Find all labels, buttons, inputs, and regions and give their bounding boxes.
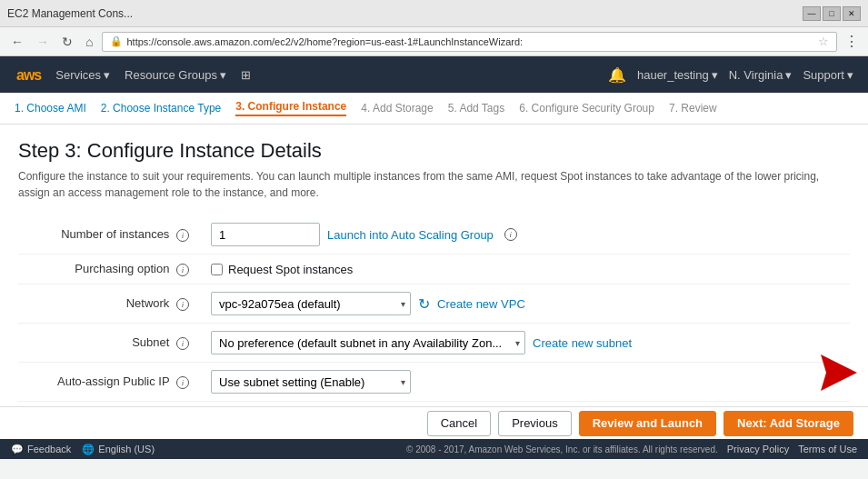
resource-groups-menu[interactable]: Resource Groups ▾ <box>125 68 226 82</box>
subnet-info[interactable]: i <box>176 337 189 350</box>
auto-assign-ip-info[interactable]: i <box>176 376 189 389</box>
purchasing-option-label: Purchasing option <box>75 262 169 275</box>
auto-assign-ip-cell: Use subnet setting (Enable) ▾ <box>211 370 839 394</box>
review-and-launch-button[interactable]: Review and Launch <box>579 411 716 436</box>
support-menu[interactable]: Support ▾ <box>803 68 853 82</box>
step-5[interactable]: 5. Add Tags <box>448 102 505 115</box>
number-of-instances-info[interactable]: i <box>176 229 189 242</box>
feedback-item[interactable]: 💬 Feedback <box>11 444 71 455</box>
subnet-select[interactable]: No preference (default subnet in any Ava… <box>211 331 525 354</box>
create-subnet-link[interactable]: Create new subnet <box>533 336 632 350</box>
address-bar[interactable]: 🔒 https://console.aws.amazon.com/ec2/v2/… <box>102 32 837 52</box>
launch-auto-scaling-link[interactable]: Launch into Auto Scaling Group <box>327 228 494 242</box>
previous-button[interactable]: Previous <box>498 411 572 436</box>
window-chrome: EC2 Management Cons... — □ ✕ <box>0 0 868 27</box>
region-menu[interactable]: N. Virginia ▾ <box>729 68 793 82</box>
window-controls: — □ ✕ <box>803 6 861 21</box>
number-of-instances-input[interactable] <box>211 223 320 246</box>
feedback-icon: 💬 <box>11 444 24 455</box>
step-7[interactable]: 7. Review <box>669 102 717 115</box>
address-text: https://console.aws.amazon.com/ec2/v2/ho… <box>126 36 811 47</box>
network-select-wrap: vpc-92a075ea (default) ▾ <box>211 292 411 315</box>
services-menu[interactable]: Services ▾ <box>55 68 110 82</box>
next-add-storage-button[interactable]: Next: Add Storage <box>723 411 853 436</box>
svg-marker-0 <box>821 354 857 391</box>
subnet-cell: No preference (default subnet in any Ava… <box>211 331 839 354</box>
back-button[interactable]: ← <box>7 33 27 51</box>
page-description: Configure the instance to suit your requ… <box>18 168 850 201</box>
step-2[interactable]: 2. Choose Instance Type <box>101 102 222 115</box>
lock-icon: 🔒 <box>110 35 123 47</box>
status-bar: 💬 Feedback 🌐 English (US) © 2008 - 2017,… <box>0 439 868 459</box>
language-item[interactable]: 🌐 English (US) <box>82 444 155 455</box>
network-cell: vpc-92a075ea (default) ▾ ↻ Create new VP… <box>211 292 839 315</box>
network-refresh-icon[interactable]: ↻ <box>418 295 430 313</box>
network-label: Network <box>126 296 170 310</box>
network-select[interactable]: vpc-92a075ea (default) <box>211 292 411 315</box>
create-vpc-link[interactable]: Create new VPC <box>437 297 525 311</box>
auto-assign-ip-select[interactable]: Use subnet setting (Enable) <box>211 370 411 394</box>
network-info[interactable]: i <box>176 298 189 311</box>
refresh-button[interactable]: ↻ <box>58 33 76 51</box>
minimize-button[interactable]: — <box>803 6 821 21</box>
subnet-select-wrap: No preference (default subnet in any Ava… <box>211 331 525 354</box>
aws-nav: aws Services ▾ Resource Groups ▾ ⊞ 🔔 hau… <box>0 56 868 93</box>
privacy-policy-link[interactable]: Privacy Policy <box>727 444 789 454</box>
auto-scaling-info[interactable]: i <box>504 228 517 241</box>
auto-assign-ip-label: Auto-assign Public IP <box>57 374 169 388</box>
step-6[interactable]: 6. Configure Security Group <box>519 102 654 115</box>
number-of-instances-cell: Launch into Auto Scaling Group i <box>211 223 839 246</box>
steps-bar: 1. Choose AMI 2. Choose Instance Type 3.… <box>0 93 868 125</box>
footer-bar: Cancel Previous Review and Launch Next: … <box>0 406 868 439</box>
home-button[interactable]: ⌂ <box>82 33 96 51</box>
address-bar-row: ← → ↻ ⌂ 🔒 https://console.aws.amazon.com… <box>0 27 868 56</box>
browser-menu-button[interactable]: ⋮ <box>843 31 861 52</box>
subnet-label: Subnet <box>132 335 169 349</box>
pin-icon[interactable]: ⊞ <box>241 68 251 82</box>
red-arrow-indicator <box>812 353 857 395</box>
step-1[interactable]: 1. Choose AMI <box>15 102 86 115</box>
step-4[interactable]: 4. Add Storage <box>361 102 433 115</box>
terms-of-use-link[interactable]: Terms of Use <box>798 444 857 454</box>
configure-form: Number of instances i Launch into Auto S… <box>18 215 850 406</box>
nav-right: 🔔 hauer_testing ▾ N. Virginia ▾ Support … <box>608 66 853 84</box>
user-menu[interactable]: hauer_testing ▾ <box>637 68 718 82</box>
spot-instances-check[interactable] <box>211 264 223 275</box>
main-content: Step 3: Configure Instance Details Confi… <box>0 125 868 406</box>
aws-logo: aws <box>15 65 41 85</box>
window-title: EC2 Management Cons... <box>7 7 133 20</box>
cancel-button[interactable]: Cancel <box>427 411 491 436</box>
purchasing-option-info[interactable]: i <box>176 264 189 276</box>
status-right: © 2008 - 2017, Amazon Web Services, Inc.… <box>406 444 857 454</box>
maximize-button[interactable]: □ <box>823 6 841 21</box>
request-spot-instances-checkbox[interactable]: Request Spot instances <box>211 263 839 276</box>
globe-icon: 🌐 <box>82 444 95 455</box>
step-3[interactable]: 3. Configure Instance <box>235 100 346 116</box>
auto-assign-ip-select-wrap: Use subnet setting (Enable) ▾ <box>211 370 411 394</box>
forward-button[interactable]: → <box>33 33 53 51</box>
notifications-icon[interactable]: 🔔 <box>608 66 626 84</box>
page-title: Step 3: Configure Instance Details <box>18 139 850 163</box>
number-of-instances-label: Number of instances <box>61 227 169 241</box>
bookmark-icon: ☆ <box>818 35 829 48</box>
close-button[interactable]: ✕ <box>843 6 861 21</box>
